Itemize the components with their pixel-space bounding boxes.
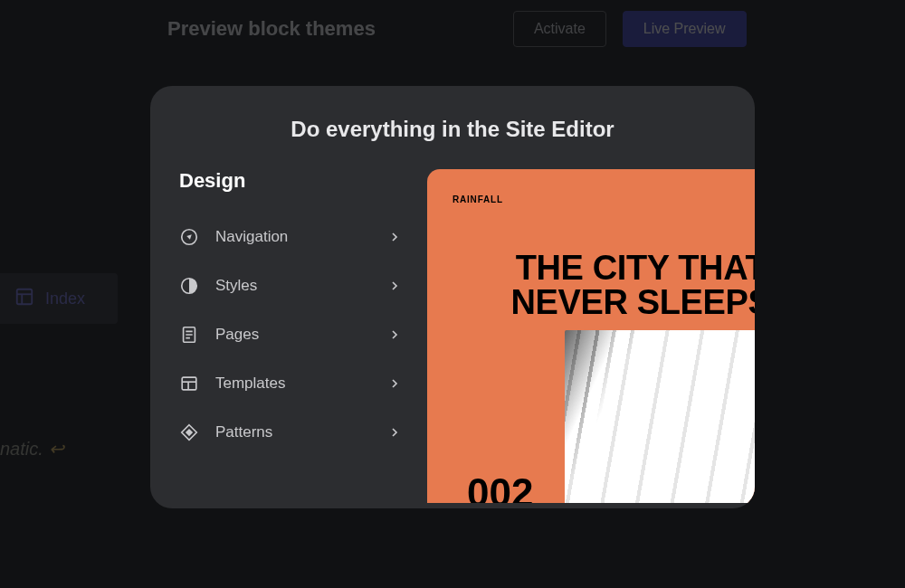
page-icon (179, 325, 199, 345)
chevron-right-icon (387, 230, 402, 244)
live-preview-button[interactable]: Live Preview (623, 11, 747, 47)
site-preview: RAINFALL THE CITY THAT NEVER SLEEPS 002 (427, 169, 755, 503)
sidebar-item-index[interactable]: Index (0, 273, 118, 324)
chevron-right-icon (387, 425, 402, 440)
menu-item-label: Pages (215, 326, 387, 344)
preview-headline: THE CITY THAT NEVER SLEEPS (472, 251, 755, 319)
menu-item-templates[interactable]: Templates (179, 359, 402, 408)
bg-page-title: Preview block themes (167, 17, 376, 41)
menu-item-label: Styles (215, 277, 387, 295)
menu-item-label: Navigation (215, 228, 387, 246)
layout-icon (14, 287, 34, 310)
menu-item-label: Patterns (215, 423, 387, 441)
chevron-right-icon (387, 279, 402, 293)
preview-brand: RAINFALL (452, 194, 503, 204)
preview-image (565, 330, 755, 503)
preview-number: 002 (467, 470, 533, 503)
site-editor-modal: Do everything in the Site Editor Design … (150, 86, 755, 508)
menu-item-patterns[interactable]: Patterns (179, 408, 402, 457)
design-panel: Design Navigation (150, 169, 427, 503)
return-icon: ↩ (49, 438, 64, 460)
diamond-icon (179, 422, 199, 442)
menu-item-label: Templates (215, 375, 387, 393)
half-circle-icon (179, 276, 199, 296)
design-menu: Navigation Styles (179, 213, 402, 457)
activate-button[interactable]: Activate (513, 11, 606, 47)
sidebar-item-label: Index (45, 289, 85, 308)
svg-rect-4 (182, 377, 196, 390)
layout-icon (179, 374, 199, 394)
menu-item-navigation[interactable]: Navigation (179, 213, 402, 261)
chevron-right-icon (387, 376, 402, 391)
svg-rect-0 (17, 289, 33, 305)
menu-item-styles[interactable]: Styles (179, 261, 402, 310)
compass-icon (179, 227, 199, 247)
chevron-right-icon (387, 327, 402, 342)
preview-card: RAINFALL THE CITY THAT NEVER SLEEPS 002 (427, 169, 755, 503)
menu-item-pages[interactable]: Pages (179, 310, 402, 359)
modal-title: Do everything in the Site Editor (150, 86, 755, 169)
panel-heading: Design (179, 169, 402, 193)
bg-tail-text: natic. ↩ (0, 438, 64, 460)
